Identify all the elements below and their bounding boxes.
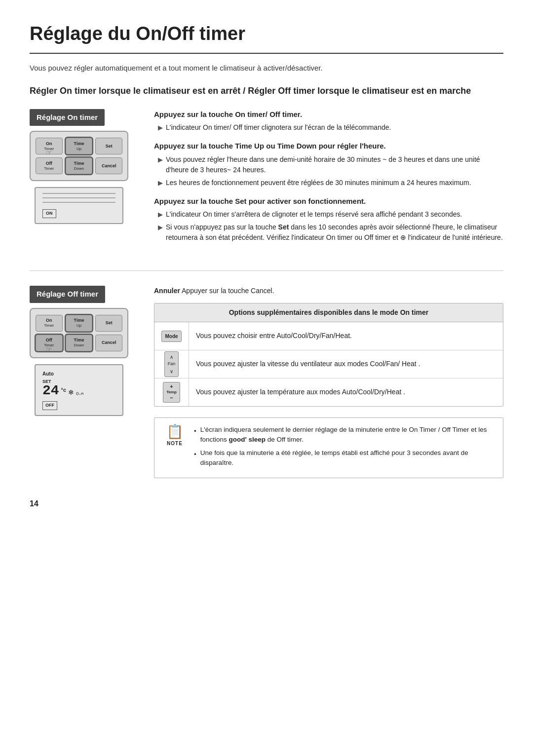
off-timer-key[interactable]: Off Timer [36,157,63,174]
options-row-fan: ∧ Fan ∨ Vous pouvez ajuster la vitesse d… [154,350,503,378]
note-icon: 📋 [166,425,184,439]
step-2-bullet-text-2: Les heures de fonctionnement peuvent êtr… [166,178,471,188]
step-2-bullet-1: ▶ Vous pouvez régler l'heure dans une de… [154,154,503,175]
lcd-auto: Auto [42,370,115,378]
step-1-title: Appuyez sur la touche On timer/ Off time… [154,109,503,120]
fan-text: Vous pouvez ajuster la vitesse du ventil… [189,354,503,374]
step-3-bullet-1: ▶ L'indicateur On timer s'arrêtera de cl… [154,209,503,220]
bullet-arrow-icon-2: ▶ [158,155,163,175]
set-key-2[interactable]: Set [95,315,122,332]
on-badge: ON [42,209,56,218]
off-badge: OFF [42,401,57,410]
set-key[interactable]: Set [95,138,122,154]
bullet-arrow-icon-5: ▶ [158,223,163,243]
annuler-text: Appuyer sur la touche Cancel. [182,287,274,295]
subtitle: Vous pouvez régler automatiquement et a … [30,63,503,74]
step-2: Appuyez sur la touche Time Up ou Time Do… [154,141,503,188]
note-dot-icon-2: • [194,450,196,468]
on-timer-remote: On Timer ☞ Time Up Set Off Timer Time [30,131,128,181]
note-box: 📋 NOTE • L'écran indiquera seulement le … [154,417,503,478]
step-3-bullet-text-1: L'indicateur On timer s'arrêtera de clig… [166,209,462,220]
on-timer-key-2[interactable]: On Timer [36,315,63,332]
note-icon-col: 📋 NOTE [162,425,187,471]
step-1-bullet-text: L'indicateur On timer/ Off timer clignot… [166,122,391,133]
note-content: • L'écran indiquera seulement le dernier… [194,425,495,471]
annuler-label: Annuler [154,287,180,295]
bullet-arrow-icon-3: ▶ [158,178,163,188]
note-text-2: Une fois que la minuterie a été réglée, … [200,448,495,468]
off-timer-remote: On Timer Time Up Set Off Timer ☞ Time [30,308,128,358]
bullet-arrow-icon-4: ▶ [158,210,163,220]
time-up-key[interactable]: Time Up [66,138,93,154]
note-dot-icon-1: • [194,426,196,445]
on-timer-key[interactable]: On Timer ☞ [36,138,63,154]
options-table-header: Options supplémentaires disponibles dans… [154,303,503,322]
time-up-key-2[interactable]: Time Up [66,315,93,332]
off-timer-right: Annuler Appuyer sur la touche Cancel. Op… [154,286,503,478]
options-table: Options supplémentaires disponibles dans… [154,303,503,407]
time-down-key[interactable]: Time Down [66,157,93,174]
step-3: Appuyez sur la touche Set pour activer s… [154,196,503,243]
fan-button[interactable]: ∧ Fan ∨ [164,351,179,377]
temp-icon-cell: + Temp − [154,378,189,406]
step-2-title: Appuyez sur la touche Time Up ou Time Do… [154,141,503,152]
mode-text: Vous pouvez choisir entre Auto/Cool/Dry/… [189,326,503,346]
mode-button[interactable]: Mode [161,331,181,342]
note-label: NOTE [167,440,183,447]
step-3-bullet-2: ▶ Si vous n'appuyez pas sur la touche Se… [154,222,503,243]
fan-icon: ❄︎ ₀.ₙ [68,387,84,398]
step-1-bullet-1: ▶ L'indicateur On timer/ Off timer clign… [154,122,503,133]
options-row-temp: + Temp − Vous pouvez ajuster la températ… [154,378,503,406]
off-timer-label: Réglage Off timer [30,286,105,303]
cancel-key[interactable]: Cancel [95,157,122,174]
step-2-bullet-text-1: Vous pouvez régler l'heure dans une demi… [166,154,503,175]
step-1: Appuyez sur la touche On timer/ Off time… [154,109,503,133]
step-3-bullet-text-2: Si vous n'appuyez pas sur la touche Set … [166,222,503,243]
on-timer-label: Réglage On timer [30,109,105,126]
note-text-1: L'écran indiquera seulement le dernier r… [200,425,495,445]
on-timer-lcd: ON [35,187,123,224]
main-heading: Régler On timer lorsque le climatiseur e… [30,85,503,97]
annuler-row: Annuler Appuyer sur la touche Cancel. [154,286,503,296]
lcd-deg: °c [61,386,67,394]
step-2-bullet-2: ▶ Les heures de fonctionnement peuvent ê… [154,178,503,188]
temp-text: Vous pouvez ajuster la température aux m… [189,382,503,402]
time-down-key-2[interactable]: Time Down [66,335,93,351]
note-bullet-2: • Une fois que la minuterie a été réglée… [194,448,495,468]
off-timer-key-2[interactable]: Off Timer ☞ [36,335,63,351]
cancel-key-2[interactable]: Cancel [95,335,122,351]
off-timer-lcd: Auto SET 24 °c ❄︎ ₀.ₙ OFF [35,364,123,416]
options-row-mode: Mode Vous pouvez choisir entre Auto/Cool… [154,322,503,350]
step-3-title: Appuyez sur la touche Set pour activer s… [154,196,503,207]
page-number: 14 [30,498,503,510]
mode-icon-cell: Mode [154,322,189,350]
on-timer-instructions: Appuyez sur la touche On timer/ Off time… [154,109,503,251]
fan-icon-cell: ∧ Fan ∨ [154,350,189,378]
bullet-arrow-icon: ▶ [158,123,163,133]
page-title: Réglage du On/Off timer [30,20,503,54]
temp-button[interactable]: + Temp − [163,382,180,403]
lcd-temp: 24 [42,384,59,398]
note-bullet-1: • L'écran indiquera seulement le dernier… [194,425,495,445]
